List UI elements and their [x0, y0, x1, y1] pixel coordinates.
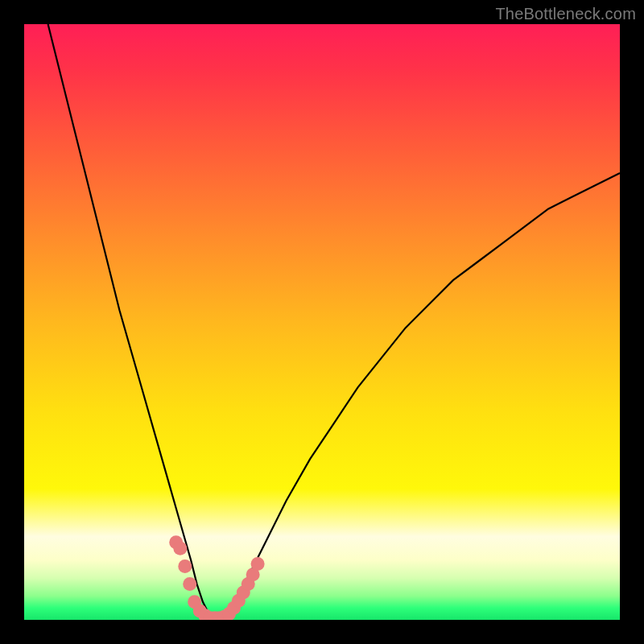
marker-group — [169, 535, 264, 620]
marker-point — [178, 559, 192, 573]
marker-point — [183, 577, 196, 591]
chart-frame: TheBottleneck.com — [0, 0, 644, 644]
plot-area — [24, 24, 620, 620]
marker-point — [251, 557, 265, 571]
curve-layer — [24, 24, 620, 620]
marker-point — [173, 542, 187, 555]
watermark-text: TheBottleneck.com — [495, 5, 636, 23]
bottleneck-curve — [48, 24, 620, 620]
